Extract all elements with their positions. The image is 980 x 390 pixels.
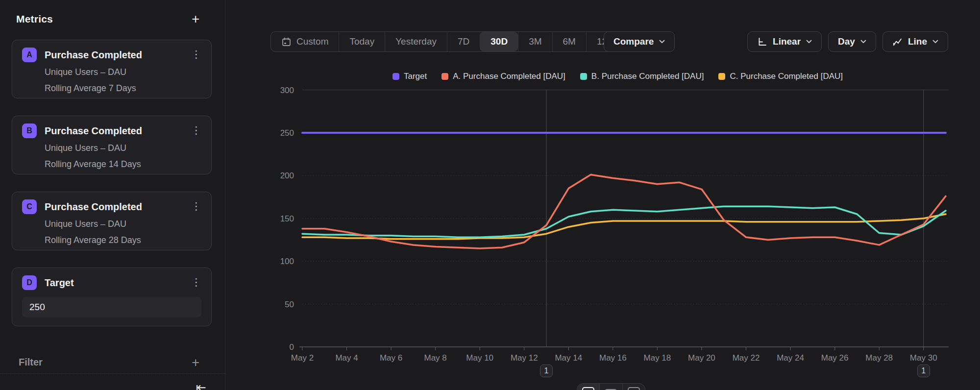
metric-card-list: A Purchase Completed ⋮ Unique Users – DA… — [0, 40, 225, 326]
metric-measure: Unique Users – DAU — [45, 143, 201, 153]
svg-text:May 30: May 30 — [910, 353, 937, 363]
svg-text:May 6: May 6 — [380, 353, 402, 363]
panel-large-button[interactable] — [577, 384, 599, 390]
panel-large-icon — [582, 387, 594, 390]
collapse-left-icon: ⇤ — [196, 380, 206, 390]
svg-text:May 26: May 26 — [821, 353, 849, 363]
svg-text:May 12: May 12 — [511, 353, 538, 363]
svg-text:0: 0 — [290, 342, 294, 352]
panel-small-button[interactable] — [622, 384, 645, 390]
metric-title: Purchase Completed — [45, 49, 142, 61]
add-metric-button[interactable]: + — [192, 14, 199, 24]
annotation-badge[interactable]: 1 — [917, 365, 930, 377]
metric-card-a[interactable]: A Purchase Completed ⋮ Unique Users – DA… — [12, 40, 212, 98]
svg-text:May 10: May 10 — [466, 353, 493, 363]
metrics-sidebar: Metrics + A Purchase Completed ⋮ Unique … — [0, 0, 225, 390]
panel-small-icon — [628, 387, 640, 390]
chart-canvas: 050100150200250300May 2May 4May 6May 8Ma… — [226, 0, 980, 390]
metric-transform: Rolling Average 7 Days — [45, 83, 201, 94]
collapse-sidebar-button[interactable]: ⇤ — [196, 380, 206, 390]
metric-badge-c: C — [22, 199, 37, 214]
svg-text:May 4: May 4 — [335, 353, 358, 363]
svg-text:150: 150 — [280, 214, 294, 223]
metric-measure: Unique Users – DAU — [45, 219, 201, 229]
svg-text:200: 200 — [280, 171, 294, 180]
metric-card-c[interactable]: C Purchase Completed ⋮ Unique Users – DA… — [12, 192, 212, 250]
metric-title: Purchase Completed — [45, 201, 142, 213]
svg-text:May 2: May 2 — [291, 353, 314, 363]
svg-text:50: 50 — [285, 300, 294, 309]
svg-text:May 14: May 14 — [555, 353, 582, 363]
target-value-input[interactable] — [22, 297, 201, 317]
metric-transform: Rolling Average 28 Days — [45, 235, 201, 245]
sidebar-header: Metrics + — [0, 0, 225, 25]
more-options-icon[interactable]: ⋮ — [188, 275, 204, 290]
svg-text:250: 250 — [280, 128, 294, 138]
svg-text:May 24: May 24 — [777, 353, 804, 363]
panel-size-toggle — [577, 383, 645, 390]
target-card[interactable]: D Target ⋮ — [12, 268, 212, 326]
analytics-dashboard: Metrics + A Purchase Completed ⋮ Unique … — [0, 0, 980, 390]
svg-text:100: 100 — [280, 257, 294, 266]
filter-section: Filter + — [0, 357, 225, 368]
metric-badge-a: A — [22, 48, 37, 62]
metric-measure: Unique Users – DAU — [45, 67, 201, 77]
add-filter-button[interactable]: + — [192, 358, 199, 367]
metric-transform: Rolling Average 14 Days — [45, 159, 201, 170]
more-options-icon[interactable]: ⋮ — [188, 47, 204, 62]
target-title: Target — [45, 277, 74, 289]
svg-text:May 28: May 28 — [865, 353, 893, 363]
panel-half-button[interactable] — [599, 384, 622, 390]
filter-heading: Filter — [19, 357, 43, 368]
svg-text:May 18: May 18 — [644, 353, 671, 363]
svg-text:300: 300 — [280, 86, 294, 95]
svg-text:May 22: May 22 — [733, 353, 760, 363]
chart-panel: Custom Today Yesterday 7D 30D 3M 6M 12M … — [226, 0, 980, 390]
svg-text:May 8: May 8 — [424, 353, 447, 363]
annotation-badge[interactable]: 1 — [540, 365, 553, 377]
metric-title: Purchase Completed — [45, 125, 142, 137]
sidebar-divider — [0, 373, 225, 374]
metric-card-b[interactable]: B Purchase Completed ⋮ Unique Users – DA… — [12, 116, 212, 174]
metric-badge-d: D — [22, 275, 37, 290]
svg-text:May 20: May 20 — [688, 353, 715, 363]
metric-badge-b: B — [22, 123, 37, 138]
more-options-icon[interactable]: ⋮ — [188, 199, 204, 214]
svg-text:May 16: May 16 — [599, 353, 627, 363]
metrics-heading: Metrics — [16, 13, 53, 25]
more-options-icon[interactable]: ⋮ — [188, 123, 204, 138]
